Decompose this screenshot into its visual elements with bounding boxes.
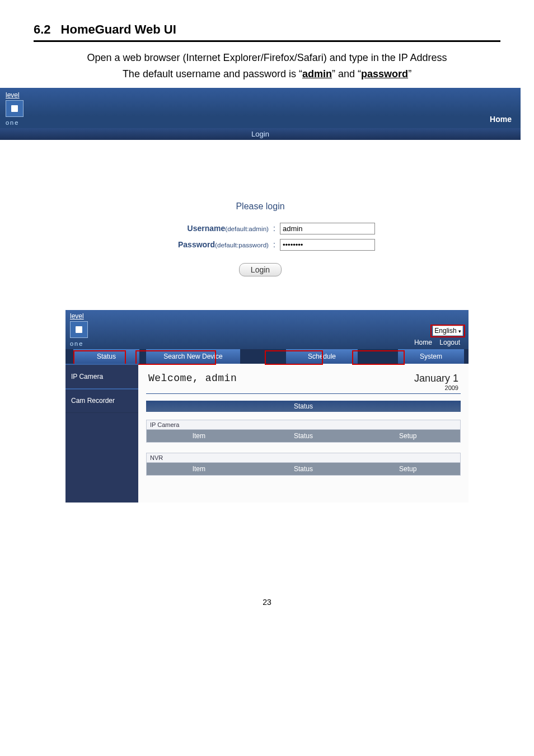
welcome-text: Welcome, admin — [148, 373, 237, 384]
nvr-caption: NVR — [146, 453, 461, 462]
login-screenshot: level one Home Login Please login Userna… — [0, 88, 521, 293]
tab-login[interactable]: Login — [0, 128, 521, 140]
intro-l2c: ” — [408, 68, 411, 79]
intro-password: password — [361, 68, 408, 79]
page-number: 23 — [34, 598, 500, 607]
ipcamera-caption: IP Camera — [146, 420, 461, 429]
please-login-label: Please login — [0, 201, 521, 212]
username-input[interactable] — [280, 223, 375, 234]
intro-text: Open a web browser (Internet Explorer/Fi… — [34, 50, 500, 82]
intro-l2b: ” and “ — [332, 68, 361, 79]
intro-l2a: The default username and password is “ — [123, 68, 302, 79]
section-number: 6.2 — [34, 22, 51, 37]
home-link[interactable]: Home — [490, 115, 521, 128]
chevron-down-icon: ▾ — [458, 328, 461, 334]
col-status2: Status — [251, 463, 356, 475]
col-item2: Item — [147, 463, 251, 475]
section-title: HomeGuard Web UI — [61, 22, 176, 37]
language-select[interactable]: English ▾ — [433, 326, 463, 336]
date-display: January 1 2009 — [414, 373, 458, 391]
header-logout-link[interactable]: Logout — [437, 338, 463, 347]
brand-logo-2: level one — [65, 310, 92, 349]
tab-system[interactable]: System — [398, 349, 464, 364]
ipcamera-table: IP Camera Item Status Setup — [146, 420, 461, 443]
password-input[interactable] — [280, 239, 375, 251]
header-home-link[interactable]: Home — [411, 338, 435, 347]
login-button[interactable]: Login — [239, 263, 282, 276]
status-bar: Status — [146, 401, 461, 412]
col-setup: Setup — [355, 430, 460, 442]
password-label: Password(default:password) — [146, 240, 269, 249]
col-item: Item — [147, 430, 251, 442]
username-label: Username(default:admin) — [146, 224, 269, 233]
sidebar-item-ipcamera[interactable]: IP Camera — [65, 364, 138, 389]
sidebar-item-camrecorder[interactable]: Cam Recorder — [65, 389, 138, 413]
intro-line1: Open a web browser (Internet Explorer/Fi… — [39, 50, 495, 66]
col-setup2: Setup — [355, 463, 460, 475]
col-status: Status — [251, 430, 356, 442]
nvr-table: NVR Item Status Setup — [146, 453, 461, 476]
brand-logo: level one — [0, 88, 29, 128]
intro-admin: admin — [302, 68, 332, 79]
